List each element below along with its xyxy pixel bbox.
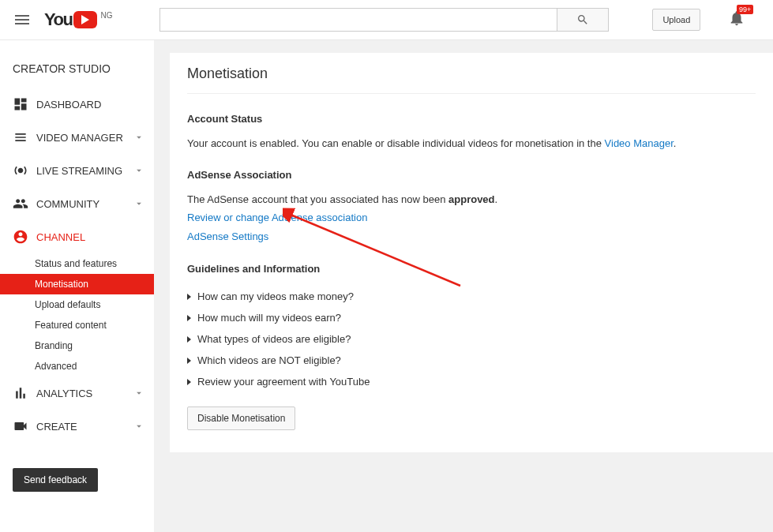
- account-status-heading: Account Status: [187, 113, 756, 125]
- review-adsense-link[interactable]: Review or change AdSense association: [187, 210, 756, 226]
- chevron-down-icon: [133, 165, 144, 176]
- chevron-down-icon: [133, 132, 144, 143]
- video-manager-icon: [13, 129, 28, 145]
- sidebar-item-channel[interactable]: CHANNEL: [0, 220, 154, 253]
- logo[interactable]: You NG: [44, 9, 112, 30]
- upload-button[interactable]: Upload: [652, 9, 700, 31]
- analytics-icon: [13, 385, 28, 401]
- community-icon: [13, 196, 28, 212]
- search-form: [159, 8, 609, 32]
- sidebar-title: CREATOR STUDIO: [0, 56, 154, 88]
- nav-label: ANALYTICS: [36, 388, 92, 399]
- monetisation-card: Monetisation Account Status Your account…: [170, 53, 773, 452]
- adsense-status-text: The AdSense account that you associated …: [187, 192, 756, 208]
- nav-label: CREATE: [36, 421, 77, 433]
- sidebar: CREATOR STUDIO DASHBOARD VIDEO MANAGER L…: [0, 40, 154, 532]
- chevron-down-icon: [133, 388, 144, 399]
- nav-label: VIDEO MANAGER: [36, 132, 123, 144]
- subnav-advanced[interactable]: Advanced: [0, 356, 154, 377]
- adsense-heading: AdSense Association: [187, 169, 756, 181]
- sidebar-item-community[interactable]: COMMUNITY: [0, 187, 154, 220]
- channel-subnav: Status and features Monetisation Upload …: [0, 253, 154, 377]
- nav-label: CHANNEL: [36, 231, 85, 243]
- nav-label: DASHBOARD: [36, 99, 101, 111]
- search-button[interactable]: [557, 8, 609, 32]
- chevron-down-icon: [133, 421, 144, 432]
- subnav-upload-defaults[interactable]: Upload defaults: [0, 294, 154, 315]
- logo-text: You: [44, 9, 72, 30]
- sidebar-item-analytics[interactable]: ANALYTICS: [0, 377, 154, 410]
- subnav-monetisation[interactable]: Monetisation: [0, 274, 154, 294]
- disable-monetisation-button[interactable]: Disable Monetisation: [187, 406, 295, 430]
- send-feedback-button[interactable]: Send feedback: [13, 468, 98, 492]
- main-content: Monetisation Account Status Your account…: [154, 40, 773, 532]
- nav-label: COMMUNITY: [36, 198, 99, 210]
- subnav-featured-content[interactable]: Featured content: [0, 315, 154, 335]
- account-status-text: Your account is enabled. You can enable …: [187, 136, 756, 152]
- page-title: Monetisation: [187, 66, 756, 94]
- chevron-down-icon: [133, 198, 144, 209]
- menu-icon[interactable]: [13, 10, 32, 29]
- video-manager-link[interactable]: Video Manager: [605, 137, 674, 149]
- create-icon: [13, 418, 28, 434]
- sidebar-item-video-manager[interactable]: VIDEO MANAGER: [0, 121, 154, 154]
- search-input[interactable]: [159, 8, 557, 32]
- notification-badge: 99+: [737, 5, 753, 14]
- adsense-settings-link[interactable]: AdSense Settings: [187, 229, 756, 245]
- guideline-item[interactable]: Review your agreement with YouTube: [187, 371, 756, 392]
- subnav-branding[interactable]: Branding: [0, 335, 154, 356]
- live-streaming-icon: [13, 163, 28, 178]
- notifications-button[interactable]: 99+: [728, 9, 745, 30]
- guideline-item[interactable]: What types of videos are eligible?: [187, 328, 756, 350]
- subnav-status-features[interactable]: Status and features: [0, 253, 154, 274]
- guidelines-heading: Guidelines and Information: [187, 263, 756, 275]
- nav-label: LIVE STREAMING: [36, 165, 122, 177]
- topbar: You NG Upload 99+: [0, 0, 773, 40]
- dashboard-icon: [13, 96, 28, 112]
- logo-play-icon: [73, 11, 97, 28]
- sidebar-item-create[interactable]: CREATE: [0, 410, 154, 443]
- channel-icon: [13, 229, 28, 245]
- guideline-item[interactable]: How much will my videos earn?: [187, 307, 756, 328]
- sidebar-item-live-streaming[interactable]: LIVE STREAMING: [0, 154, 154, 187]
- search-icon: [576, 13, 589, 26]
- guideline-item[interactable]: How can my videos make money?: [187, 286, 756, 307]
- guideline-item[interactable]: Which videos are NOT eligible?: [187, 350, 756, 371]
- country-code: NG: [100, 11, 112, 20]
- sidebar-item-dashboard[interactable]: DASHBOARD: [0, 88, 154, 121]
